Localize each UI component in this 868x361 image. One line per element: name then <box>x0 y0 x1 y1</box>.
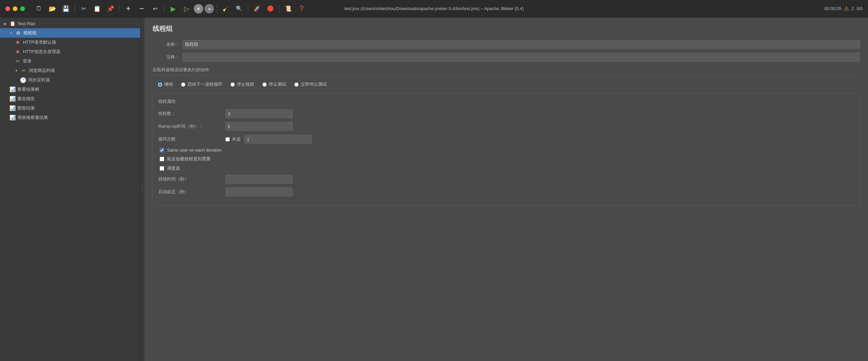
tree-arrow-test-plan: ▶ <box>4 22 7 26</box>
thread-props-box: 线程属性 线程数： Ramp-Up时间（秒）： 循环次数 永远 <box>153 93 860 206</box>
traffic-lights <box>0 6 30 11</box>
start-delay-label: 启动延迟（秒） <box>158 189 225 195</box>
http-defaults-icon: ✖ <box>15 39 21 46</box>
paste-button[interactable]: 📌 <box>104 3 117 15</box>
sidebar-item-aggregate-report[interactable]: 📊 聚合报告 <box>0 94 140 103</box>
aggregate-report-icon: 📊 <box>9 96 16 102</box>
search-button[interactable]: 🔍 <box>233 3 245 15</box>
delay-create-checkbox[interactable] <box>160 157 164 161</box>
remote-start-button[interactable]: 🚀 <box>251 3 263 15</box>
duration-row: 持续时间（秒） <box>158 175 854 183</box>
duration-input[interactable] <box>225 175 292 183</box>
same-user-checkbox[interactable] <box>160 148 164 153</box>
http-header-icon: ✖ <box>15 49 21 55</box>
name-label: 名称： <box>153 41 179 48</box>
radio-stop-test-now-input[interactable] <box>294 82 299 87</box>
sidebar-item-view-table[interactable]: 📊 用表格察看结果 <box>0 113 140 122</box>
maximize-button[interactable] <box>20 6 25 11</box>
main-layout: ▶ 📋 Test Plan ▼ ⚙ 线程组 ✖ HTTP请求默认值 ✖ HTTP… <box>0 18 868 361</box>
sidebar-item-label-login: 登录 <box>23 58 32 64</box>
add-button[interactable]: + <box>122 3 134 15</box>
thread-props-title: 线程属性 <box>158 98 854 104</box>
sidebar-item-view-results-tree[interactable]: 📊 察看结果树 <box>0 85 140 94</box>
title-bar: 🗒 📂 💾 ✂ 📋 📌 + − ↩ ▶ ▷ ⏹ ⏏ 🧹 🔍 🚀 🛑 📜 ❓ 00… <box>0 0 868 18</box>
scheduler-checkbox[interactable] <box>160 166 164 171</box>
radio-stop-test[interactable]: 停止测试 <box>262 81 286 87</box>
toolbar-separator-2 <box>119 5 120 13</box>
sidebar-item-http-defaults[interactable]: ✖ HTTP请求默认值 <box>0 38 140 47</box>
loop-count-input[interactable] <box>245 135 312 144</box>
ramp-up-label: Ramp-Up时间（秒）： <box>158 123 225 129</box>
radio-start-next-label: 启动下一进程循环 <box>187 81 222 87</box>
toolbar-separator-1 <box>74 5 75 13</box>
thread-group-icon: ⚙ <box>16 30 22 36</box>
tree-arrow-thread-group: ▼ <box>9 31 13 35</box>
delay-create-label[interactable]: 延迟创建线程直到需要 <box>167 156 211 162</box>
sidebar-item-login[interactable]: ✏ 登录 <box>0 57 140 66</box>
save-button[interactable]: 💾 <box>60 3 72 15</box>
sidebar-item-test-plan[interactable]: ▶ 📋 Test Plan <box>0 19 140 28</box>
sidebar-item-label-view-table: 用表格察看结果 <box>18 115 48 121</box>
cut-button[interactable]: ✂ <box>78 3 90 15</box>
scheduler-label[interactable]: 调度器 <box>167 166 180 172</box>
sidebar-item-label-thread-group: 线程组 <box>24 30 37 36</box>
radio-continue[interactable]: 继续 <box>158 81 173 87</box>
start-delay-input[interactable] <box>225 187 292 196</box>
new-button[interactable]: 🗒 <box>33 3 45 15</box>
help-button[interactable]: ❓ <box>296 3 308 15</box>
content-panel: 线程组 名称： 注释： 在取样器错误后要执行的动作 继续 启动下一进程循环 停止… <box>145 18 868 361</box>
ramp-up-input[interactable] <box>225 122 292 131</box>
sidebar-item-graph-results[interactable]: 📊 图形结果 <box>0 103 140 113</box>
comment-label: 注释： <box>153 54 179 60</box>
ratio-display: 0/0 <box>857 6 863 11</box>
radio-stop-test-input[interactable] <box>262 82 267 87</box>
toolbar-separator-5 <box>248 5 248 13</box>
radio-stop-test-now[interactable]: 立即停止测试 <box>294 81 327 87</box>
radio-stop-test-now-label: 立即停止测试 <box>301 81 327 87</box>
radio-stop-thread[interactable]: 停止线程 <box>230 81 254 87</box>
remote-stop-button[interactable]: 🛑 <box>265 3 276 15</box>
radio-start-next-input[interactable] <box>181 82 185 87</box>
radio-continue-input[interactable] <box>158 82 162 87</box>
sidebar-item-label-test-plan: Test Plan <box>18 21 35 26</box>
timer-display: 00:00:05 <box>824 6 841 11</box>
start-button[interactable]: ▶ <box>167 3 179 15</box>
toolbar-separator-4 <box>217 5 217 13</box>
radio-start-next[interactable]: 启动下一进程循环 <box>181 81 222 87</box>
comment-input[interactable] <box>183 53 860 61</box>
sidebar-divider[interactable]: ⋮ <box>141 18 145 361</box>
close-button[interactable] <box>5 6 10 11</box>
thread-count-label: 线程数： <box>158 111 225 117</box>
warning-count: 2 <box>851 6 854 11</box>
start-no-pause-button[interactable]: ▷ <box>180 3 192 15</box>
name-row: 名称： <box>153 40 860 49</box>
login-icon: ✏ <box>15 58 21 64</box>
forever-check[interactable]: 永远 <box>225 136 241 142</box>
sidebar-item-thread-group[interactable]: ▼ ⚙ 线程组 <box>0 28 140 38</box>
same-user-label[interactable]: Same user on each iteration <box>167 148 222 153</box>
view-table-icon: 📊 <box>9 115 16 121</box>
radio-stop-thread-input[interactable] <box>230 82 235 87</box>
error-action-title: 在取样器错误后要执行的动作 <box>153 67 860 75</box>
loop-count-label: 循环次数 <box>158 136 225 142</box>
stop-button[interactable]: ⏹ <box>194 4 203 13</box>
radio-stop-test-label: 停止测试 <box>269 81 286 87</box>
thread-count-input[interactable] <box>225 109 292 118</box>
warning-icon: ⚠ <box>844 5 849 12</box>
open-button[interactable]: 📂 <box>46 3 58 15</box>
remove-button[interactable]: − <box>136 3 148 15</box>
forever-checkbox[interactable] <box>225 137 230 142</box>
sidebar-item-browse-products[interactable]: ▼ ✏ 浏览商品列表 <box>0 66 140 75</box>
name-input[interactable] <box>183 40 860 49</box>
comment-row: 注释： <box>153 53 860 61</box>
clear-button[interactable]: 🧹 <box>220 3 232 15</box>
shutdown-button[interactable]: ⏏ <box>205 4 214 13</box>
log-button[interactable]: 📜 <box>282 3 294 15</box>
minimize-button[interactable] <box>13 6 18 11</box>
duration-label: 持续时间（秒） <box>158 176 225 182</box>
copy-button[interactable]: 📋 <box>91 3 103 15</box>
loop-count-row: 循环次数 永远 <box>158 135 854 144</box>
sidebar-item-http-header[interactable]: ✖ HTTP信息头管理器 <box>0 47 140 57</box>
sidebar-item-sync-timer[interactable]: 🕐 同步定时器 <box>0 75 140 85</box>
revert-button[interactable]: ↩ <box>149 3 161 15</box>
